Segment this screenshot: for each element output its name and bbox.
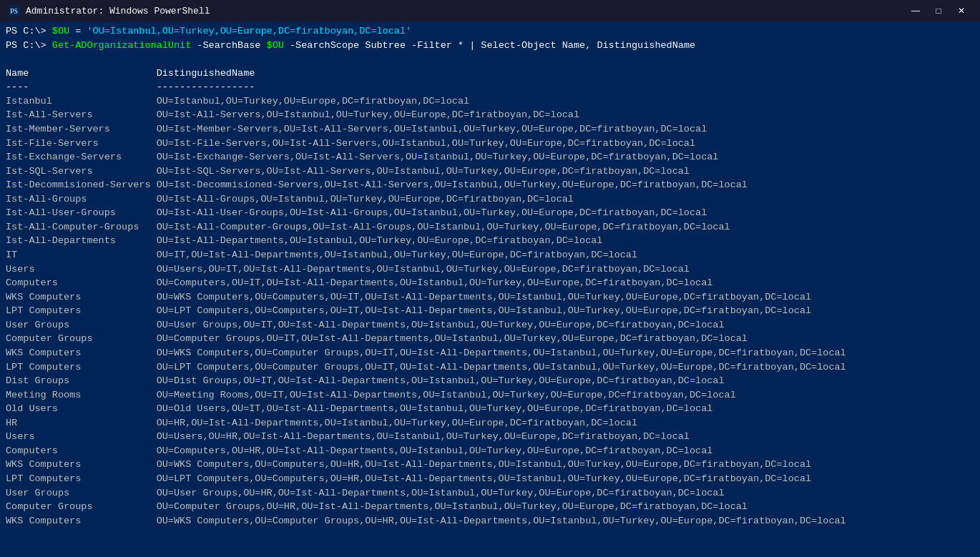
table-row: Ist-SQL-Servers OU=Ist-SQL-Servers,OU=Is… bbox=[6, 164, 974, 179]
table-row: WKS Computers OU=WKS Computers,OU=Comput… bbox=[6, 290, 974, 305]
data-rows: Istanbul OU=Istanbul,OU=Turkey,OU=Europe… bbox=[6, 94, 974, 528]
table-row: Computer Groups OU=Computer Groups,OU=HR… bbox=[6, 500, 974, 514]
table-row: Ist-Exchange-Servers OU=Ist-Exchange-Ser… bbox=[6, 150, 974, 164]
table-row: Ist-Decommisioned-Servers OU=Ist-Decommi… bbox=[6, 178, 974, 192]
table-row: Ist-All-Departments OU=Ist-All-Departmen… bbox=[6, 234, 974, 248]
table-row: User Groups OU=User Groups,OU=HR,OU=Ist-… bbox=[6, 486, 974, 501]
table-row: LPT Computers OU=LPT Computers,OU=Comput… bbox=[6, 472, 974, 486]
table-row: Computer Groups OU=Computer Groups,OU=IT… bbox=[6, 332, 974, 346]
blank-line-1 bbox=[6, 52, 974, 66]
table-row: LPT Computers OU=LPT Computers,OU=Comput… bbox=[6, 304, 974, 318]
table-row: Ist-All-User-Groups OU=Ist-All-User-Grou… bbox=[6, 206, 974, 220]
title-bar: PS Administrator: Windows PowerShell — □… bbox=[0, 0, 980, 21]
table-row: User Groups OU=User Groups,OU=IT,OU=Ist-… bbox=[6, 318, 974, 332]
table-row: Ist-All-Servers OU=Ist-All-Servers,OU=Is… bbox=[6, 108, 974, 122]
table-row: Ist-All-Computer-Groups OU=Ist-All-Compu… bbox=[6, 220, 974, 235]
table-row: Meeting Rooms OU=Meeting Rooms,OU=IT,OU=… bbox=[6, 388, 974, 403]
command-line-1: PS C:\> $OU = 'OU=Istanbul,OU=Turkey,OU=… bbox=[6, 24, 974, 39]
table-row: Old Users OU=Old Users,OU=IT,OU=Ist-All-… bbox=[6, 402, 974, 416]
close-button[interactable]: ✕ bbox=[951, 4, 971, 18]
table-row: HR OU=HR,OU=Ist-All-Departments,OU=Istan… bbox=[6, 416, 974, 430]
window-controls: — □ ✕ bbox=[906, 4, 971, 18]
table-row: LPT Computers OU=LPT Computers,OU=Comput… bbox=[6, 360, 974, 375]
maximize-button[interactable]: □ bbox=[928, 4, 949, 18]
table-row: Users OU=Users,OU=HR,OU=Ist-All-Departme… bbox=[6, 430, 974, 444]
header-row: Name DistinguishedName bbox=[6, 66, 974, 81]
terminal-output: PS C:\> $OU = 'OU=Istanbul,OU=Turkey,OU=… bbox=[0, 21, 980, 557]
table-row: Computers OU=Computers,OU=IT,OU=Ist-All-… bbox=[6, 276, 974, 290]
table-row: Users OU=Users,OU=IT,OU=Ist-All-Departme… bbox=[6, 262, 974, 277]
powershell-icon: PS bbox=[9, 5, 20, 16]
table-row: WKS Computers OU=WKS Computers,OU=Comput… bbox=[6, 346, 974, 360]
window-title: Administrator: Windows PowerShell bbox=[26, 6, 906, 16]
table-row: WKS Computers OU=WKS Computers,OU=Comput… bbox=[6, 514, 974, 528]
table-row: WKS Computers OU=WKS Computers,OU=Comput… bbox=[6, 458, 974, 472]
svg-text:PS: PS bbox=[10, 7, 18, 15]
table-row: Istanbul OU=Istanbul,OU=Turkey,OU=Europe… bbox=[6, 94, 974, 109]
table-row: IT OU=IT,OU=Ist-All-Departments,OU=Istan… bbox=[6, 248, 974, 262]
table-row: Ist-All-Groups OU=Ist-All-Groups,OU=Ista… bbox=[6, 192, 974, 207]
table-row: Ist-Member-Servers OU=Ist-Member-Servers… bbox=[6, 122, 974, 137]
table-row: Ist-File-Servers OU=Ist-File-Servers,OU=… bbox=[6, 137, 974, 151]
table-row: Computers OU=Computers,OU=HR,OU=Ist-All-… bbox=[6, 444, 974, 458]
separator-row: ---- ----------------- bbox=[6, 80, 974, 94]
table-row: Dist Groups OU=Dist Groups,OU=IT,OU=Ist-… bbox=[6, 374, 974, 388]
command-line-2: PS C:\> Get-ADOrganizationalUnit -Search… bbox=[6, 39, 974, 53]
minimize-button[interactable]: — bbox=[906, 4, 926, 18]
